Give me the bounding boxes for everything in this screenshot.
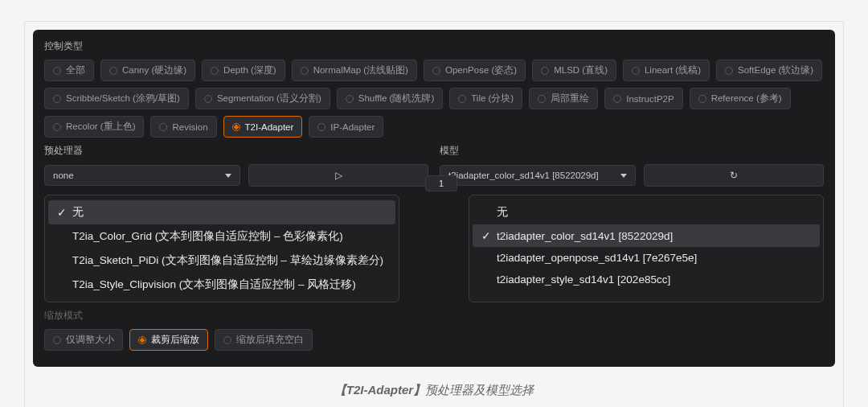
radio-dot-icon xyxy=(698,95,706,103)
dropdown-item-label: t2iadapter_style_sd14v1 [202e85cc] xyxy=(497,273,670,286)
radio-dot-icon xyxy=(53,67,61,75)
radio-dot-icon xyxy=(458,95,466,103)
radio-option[interactable]: 缩放后填充空白 xyxy=(215,329,313,351)
section-label-control-type: 控制类型 xyxy=(44,39,824,53)
dropdown-item-label: t2iadapter_color_sd14v1 [8522029d] xyxy=(497,230,673,242)
dropdown-item[interactable]: T2ia_Style_Clipvision (文本到图像自适应控制 – 风格迁移… xyxy=(48,273,395,297)
radio-option[interactable]: 裁剪后缩放 xyxy=(129,329,208,351)
dropdown-item[interactable]: t2iadapter_style_sd14v1 [202e85cc] xyxy=(473,269,820,290)
radio-label: Shuffle (随机洗牌) xyxy=(358,92,434,105)
scale-mode-label: 缩放模式 xyxy=(44,309,824,323)
radio-dot-icon xyxy=(53,123,61,131)
radio-option[interactable]: 局部重绘 xyxy=(529,88,598,109)
dropdown-item[interactable]: T2ia_Color_Grid (文本到图像自适应控制 – 色彩像素化) xyxy=(48,224,395,249)
radio-option[interactable]: Segmentation (语义分割) xyxy=(195,88,330,109)
radio-option[interactable]: Canny (硬边缘) xyxy=(100,60,195,81)
radio-dot-icon xyxy=(432,67,440,75)
model-value: t2iadapter_color_sd14v1 [8522029d] xyxy=(448,171,599,180)
refresh-models-button[interactable]: ↻ xyxy=(644,164,824,187)
dropdown-item-label: T2ia_Color_Grid (文本到图像自适应控制 – 色彩像素化) xyxy=(72,229,343,244)
radio-label: 裁剪后缩放 xyxy=(151,334,199,346)
dropdown-item-label: T2ia_Sketch_PiDi (文本到图像自适应控制 – 草绘边缘像素差分) xyxy=(72,253,383,268)
radio-option[interactable]: Revision xyxy=(150,116,216,138)
radio-dot-icon xyxy=(204,95,212,103)
radio-label: Tile (分块) xyxy=(471,92,514,105)
radio-label: T2I-Adapter xyxy=(245,122,294,132)
preprocessor-select[interactable]: none xyxy=(44,165,240,186)
number-input[interactable]: 1 xyxy=(425,175,457,191)
dropdown-item[interactable]: ✓t2iadapter_color_sd14v1 [8522029d] xyxy=(473,224,820,247)
radio-label: SoftEdge (软边缘) xyxy=(738,64,813,76)
radio-dot-icon xyxy=(53,95,61,103)
dropdown-item-label: 无 xyxy=(497,205,508,220)
radio-dot-icon xyxy=(211,67,219,75)
radio-option[interactable]: InstructP2P xyxy=(604,88,682,109)
radio-option[interactable]: Recolor (重上色) xyxy=(44,116,144,138)
radio-label: NormalMap (法线贴图) xyxy=(313,64,408,76)
dropdown-item[interactable]: ✓无 xyxy=(48,200,395,224)
radio-dot-icon xyxy=(138,336,146,344)
radio-dot-icon xyxy=(541,67,549,75)
model-dropdown[interactable]: 无✓t2iadapter_color_sd14v1 [8522029d]t2ia… xyxy=(469,195,824,302)
radio-option[interactable]: T2I-Adapter xyxy=(223,116,303,138)
controlnet-panel: 控制类型 全部Canny (硬边缘)Depth (深度)NormalMap (法… xyxy=(33,30,835,367)
radio-dot-icon xyxy=(109,67,117,75)
chevron-down-icon xyxy=(225,174,231,178)
radio-label: Segmentation (语义分割) xyxy=(217,92,321,105)
radio-option[interactable]: Tile (分块) xyxy=(449,88,522,109)
refresh-icon: ↻ xyxy=(730,170,738,181)
radio-label: Reference (参考) xyxy=(711,92,782,105)
radio-option[interactable]: SoftEdge (软边缘) xyxy=(716,60,822,81)
radio-option[interactable]: Reference (参考) xyxy=(690,88,791,109)
radio-label: InstructP2P xyxy=(626,94,674,104)
radio-option[interactable]: Lineart (线稿) xyxy=(623,60,710,81)
radio-label: MLSD (直线) xyxy=(554,64,608,76)
radio-dot-icon xyxy=(632,67,640,75)
run-preprocessor-button[interactable]: ▷ xyxy=(248,164,428,187)
radio-label: IP-Adapter xyxy=(330,122,375,132)
dropdown-item-label: t2iadapter_openpose_sd14v1 [7e267e5e] xyxy=(497,252,697,264)
preprocessor-value: none xyxy=(53,171,74,180)
radio-option[interactable]: NormalMap (法线贴图) xyxy=(292,60,417,81)
model-select[interactable]: t2iadapter_color_sd14v1 [8522029d] xyxy=(440,165,636,186)
radio-option[interactable]: OpenPose (姿态) xyxy=(424,60,526,81)
model-label: 模型 xyxy=(440,144,824,158)
radio-label: 缩放后填充空白 xyxy=(236,334,304,346)
radio-label: 仅调整大小 xyxy=(66,334,114,346)
radio-dot-icon xyxy=(538,95,546,103)
figure-caption: 【T2I-Adapter】预处理器及模型选择 xyxy=(25,383,843,398)
dropdown-item[interactable]: t2iadapter_openpose_sd14v1 [7e267e5e] xyxy=(473,247,820,269)
radio-option[interactable]: 全部 xyxy=(44,60,94,81)
radio-label: Canny (硬边缘) xyxy=(122,64,186,76)
dropdown-item-label: T2ia_Style_Clipvision (文本到图像自适应控制 – 风格迁移… xyxy=(72,278,356,292)
preprocessor-label: 预处理器 xyxy=(44,144,428,158)
radio-label: Revision xyxy=(172,122,207,132)
chevron-down-icon xyxy=(620,174,627,178)
play-icon: ▷ xyxy=(335,170,342,181)
preprocessor-dropdown[interactable]: ✓无T2ia_Color_Grid (文本到图像自适应控制 – 色彩像素化)T2… xyxy=(44,195,399,302)
radio-option[interactable]: 仅调整大小 xyxy=(44,329,123,351)
radio-dot-icon xyxy=(725,67,733,75)
radio-dot-icon xyxy=(346,95,354,103)
radio-dot-icon xyxy=(301,67,309,75)
radio-option[interactable]: Shuffle (随机洗牌) xyxy=(337,88,443,109)
check-icon: ✓ xyxy=(481,229,492,242)
radio-dot-icon xyxy=(223,336,231,344)
radio-label: Scribble/Sketch (涂鸦/草图) xyxy=(66,92,180,105)
radio-dot-icon xyxy=(613,95,621,103)
radio-label: 全部 xyxy=(66,64,85,76)
radio-dot-icon xyxy=(232,123,240,131)
radio-dot-icon xyxy=(159,123,167,131)
radio-option[interactable]: IP-Adapter xyxy=(309,116,383,138)
radio-label: 局部重绘 xyxy=(551,92,589,105)
radio-label: Recolor (重上色) xyxy=(66,121,135,133)
control-type-row: 全部Canny (硬边缘)Depth (深度)NormalMap (法线贴图)O… xyxy=(44,60,824,138)
radio-label: OpenPose (姿态) xyxy=(445,64,517,76)
dropdown-item[interactable]: 无 xyxy=(473,200,820,224)
scale-mode-row: 仅调整大小裁剪后缩放缩放后填充空白 xyxy=(44,329,824,351)
radio-dot-icon xyxy=(53,336,61,344)
radio-option[interactable]: Depth (深度) xyxy=(202,60,285,81)
radio-option[interactable]: MLSD (直线) xyxy=(532,60,616,81)
dropdown-item[interactable]: T2ia_Sketch_PiDi (文本到图像自适应控制 – 草绘边缘像素差分) xyxy=(48,249,395,273)
radio-option[interactable]: Scribble/Sketch (涂鸦/草图) xyxy=(44,88,189,109)
